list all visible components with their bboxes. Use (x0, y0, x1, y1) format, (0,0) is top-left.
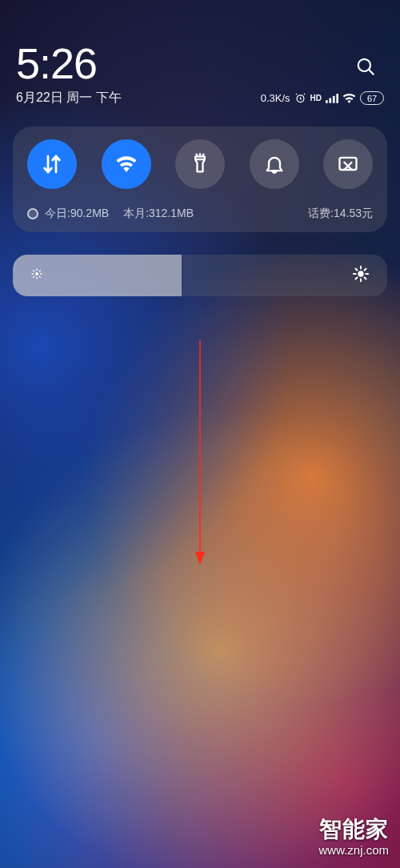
screenshot-icon (337, 153, 359, 175)
network-speed: 0.3K/s (261, 92, 290, 104)
mobile-data-toggle[interactable] (27, 139, 77, 189)
battery-indicator: 67 (360, 91, 384, 105)
svg-marker-10 (195, 552, 205, 565)
wifi-status-icon (342, 93, 356, 103)
brightness-slider[interactable] (13, 255, 387, 296)
quick-settings-panel: 今日:90.2MB 本月:312.1MB 话费:14.53元 (13, 127, 387, 232)
svg-rect-6 (340, 158, 357, 170)
wifi-icon (114, 152, 138, 176)
notifications-toggle[interactable] (250, 139, 299, 189)
alarm-icon (294, 92, 306, 104)
bell-icon (263, 153, 286, 175)
wifi-toggle[interactable] (102, 139, 151, 189)
brightness-high-icon (352, 265, 370, 286)
flashlight-toggle[interactable] (175, 139, 225, 189)
svg-rect-3 (333, 96, 335, 103)
notification-shade: 5:26 6月22日 周一 下午 0.3K/s HD 67 (0, 0, 400, 868)
mobile-data-icon (40, 152, 64, 176)
data-month: 本月:312.1MB (123, 207, 194, 221)
date-text: 6月22日 周一 下午 (16, 90, 122, 106)
data-usage-row[interactable]: 今日:90.2MB 本月:312.1MB 话费:14.53元 (27, 207, 373, 221)
watermark-url: www.znj.com (318, 843, 389, 857)
signal-icon (326, 93, 338, 103)
search-button[interactable] (355, 56, 376, 80)
svg-rect-1 (326, 100, 328, 103)
date-status-row: 6月22日 周一 下午 0.3K/s HD 67 (16, 90, 384, 106)
watermark-brand: 智能家 (318, 814, 389, 845)
clock-time: 5:26 (16, 38, 384, 88)
data-usage-dot-icon (27, 208, 38, 219)
annotation-arrow (195, 340, 205, 565)
toggle-row (27, 139, 373, 189)
svg-rect-2 (329, 98, 331, 103)
screenshot-toggle[interactable] (323, 139, 373, 189)
data-today: 今日:90.2MB (45, 207, 109, 221)
data-balance: 话费:14.53元 (308, 207, 373, 221)
svg-point-8 (358, 271, 363, 276)
svg-point-7 (35, 272, 38, 275)
header: 5:26 6月22日 周一 下午 0.3K/s HD 67 (16, 38, 384, 106)
search-icon (355, 56, 376, 77)
hd-label: HD (310, 94, 322, 102)
flashlight-icon (189, 153, 211, 175)
status-bar-right: 0.3K/s HD 67 (261, 91, 384, 105)
svg-rect-4 (336, 94, 338, 103)
brightness-low-icon (30, 267, 43, 283)
watermark: 智能家 www.znj.com (318, 814, 389, 857)
